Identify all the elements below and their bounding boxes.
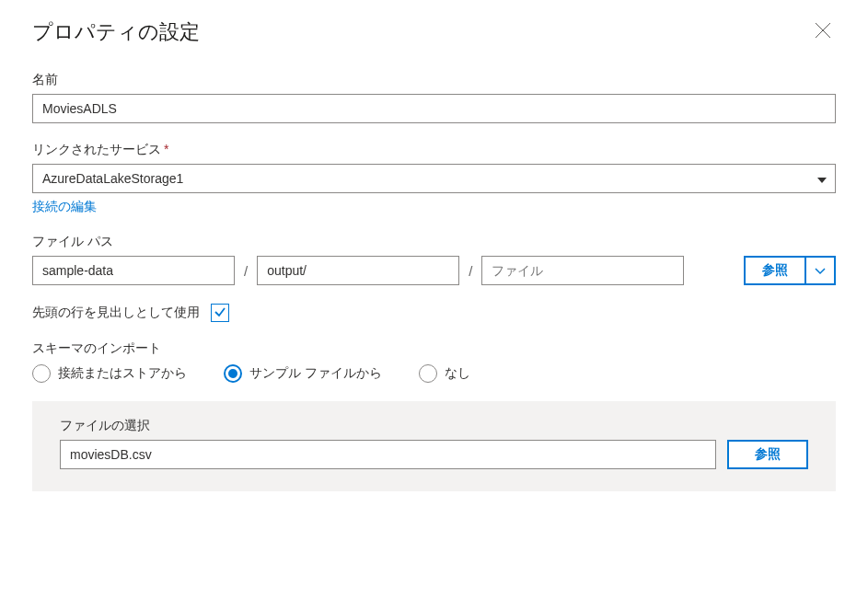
radio-label: なし <box>445 365 470 382</box>
schema-import-label: スキーマのインポート <box>32 340 836 357</box>
radio-from-sample[interactable]: サンプル ファイルから <box>224 364 382 383</box>
radio-icon <box>419 364 437 383</box>
file-path-file-input[interactable] <box>481 256 684 285</box>
file-path-directory-input[interactable] <box>257 256 459 285</box>
path-separator: / <box>467 263 474 279</box>
linked-service-select[interactable]: AzureDataLakeStorage1 <box>32 164 836 193</box>
first-row-header-checkbox[interactable] <box>211 304 229 322</box>
file-path-label: ファイル パス <box>32 234 836 250</box>
checkmark-icon <box>214 305 226 321</box>
file-select-label: ファイルの選択 <box>60 418 808 434</box>
name-label: 名前 <box>32 72 836 88</box>
radio-from-connection[interactable]: 接続またはストアから <box>32 364 187 383</box>
radio-icon <box>32 364 51 383</box>
name-input[interactable] <box>32 94 836 123</box>
file-path-container-input[interactable] <box>32 256 235 285</box>
browse-dropdown-button[interactable] <box>806 256 836 285</box>
browse-button[interactable]: 参照 <box>744 256 806 285</box>
path-separator: / <box>242 263 249 279</box>
radio-icon <box>224 364 242 383</box>
required-asterisk: * <box>164 142 168 156</box>
radio-none[interactable]: なし <box>419 364 470 383</box>
page-title: プロパティの設定 <box>32 18 200 46</box>
close-button[interactable] <box>810 18 836 44</box>
radio-label: 接続またはストアから <box>58 365 187 382</box>
file-select-panel: ファイルの選択 参照 <box>32 401 836 491</box>
file-select-input[interactable] <box>60 440 716 469</box>
close-icon <box>815 22 831 41</box>
chevron-down-icon <box>815 264 826 278</box>
radio-label: サンプル ファイルから <box>249 365 382 382</box>
edit-connection-link[interactable]: 接続の編集 <box>32 199 97 215</box>
first-row-header-label: 先頭の行を見出しとして使用 <box>32 305 200 321</box>
linked-service-label: リンクされたサービス* <box>32 142 836 158</box>
file-select-browse-button[interactable]: 参照 <box>727 440 808 469</box>
